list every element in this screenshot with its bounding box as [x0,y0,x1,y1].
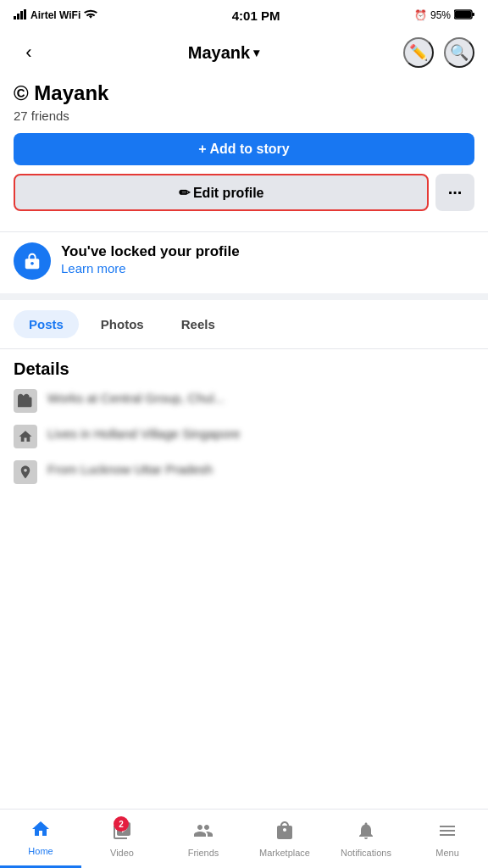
svg-rect-0 [14,16,16,19]
list-item: Lives in Holland Village Singapore [14,425,474,448]
list-item: Works at Central Group, Chul... [14,389,474,413]
lock-icon-circle [14,242,51,280]
status-time: 4:01 PM [232,8,280,23]
details-section: Details Works at Central Group, Chul... … [0,349,488,506]
friends-nav-icon [193,821,214,846]
more-options-button[interactable]: ··· [435,174,474,211]
marketplace-nav-icon [274,821,295,846]
menu-label: Menu [435,848,459,858]
alarm-icon: ⏰ [414,9,427,21]
add-story-label: + Add to story [198,142,289,157]
nav-item-home[interactable]: Home [0,810,81,868]
svg-rect-5 [472,13,474,16]
marketplace-label: Marketplace [259,848,310,858]
tab-posts[interactable]: Posts [14,310,79,338]
profile-section: © Mayank 27 friends + Add to story ✏ Edi… [0,75,488,231]
carrier-label: Airtel WiFi [30,9,80,21]
friends-count: 27 friends [14,108,474,123]
video-badge: 2 [114,816,129,832]
add-story-button[interactable]: + Add to story [14,133,474,165]
signal-icon [14,9,27,22]
top-nav: ‹ Mayank ▾ ✏️ 🔍 [0,31,488,75]
nav-item-notifications[interactable]: Notifications [325,810,407,868]
battery-icon [454,9,474,22]
nav-username: Mayank [188,43,250,63]
svg-rect-3 [24,9,26,19]
section-divider [0,293,488,300]
home-nav-icon [30,819,51,844]
details-title: Details [14,359,474,379]
home-icon [14,425,37,448]
edit-profile-label: ✏ Edit profile [179,185,264,201]
work-icon [14,389,37,413]
lock-banner: You've locked your profile Learn more [0,231,488,293]
status-bar: Airtel WiFi 4:01 PM ⏰ 95% [0,0,488,31]
nav-item-menu[interactable]: Menu [407,810,488,868]
detail-lives: Lives in Holland Village Singapore [47,425,240,442]
detail-work: Works at Central Group, Chul... [47,389,225,407]
status-right: ⏰ 95% [414,9,474,22]
home-label: Home [28,846,53,856]
svg-rect-6 [455,11,471,18]
nav-item-friends[interactable]: Friends [163,810,244,868]
nav-item-marketplace[interactable]: Marketplace [244,810,325,868]
more-icon: ··· [448,183,463,203]
profile-tabs: Posts Photos Reels [0,300,488,349]
learn-more-link[interactable]: Learn more [61,261,126,275]
search-button[interactable]: 🔍 [444,37,474,68]
wifi-icon [84,9,97,22]
svg-rect-2 [20,11,23,19]
location-icon [14,460,37,484]
nav-item-video[interactable]: 2 Video [81,810,163,868]
nav-actions: ✏️ 🔍 [403,37,474,68]
status-carrier: Airtel WiFi [14,9,97,22]
lock-icon [23,252,42,270]
edit-row: ✏ Edit profile ··· [14,174,474,211]
friends-label: Friends [188,848,219,858]
notifications-label: Notifications [341,848,391,858]
battery-label: 95% [430,9,451,21]
video-label: Video [110,848,134,858]
profile-name: © Mayank [14,81,474,105]
bottom-nav: Home 2 Video Friends Marketplace Notific… [0,809,488,868]
list-item: From Lucknow Uttar Pradesh [14,460,474,484]
lock-text: You've locked your profile Learn more [61,242,240,276]
edit-profile-button[interactable]: ✏ Edit profile [14,174,429,211]
dropdown-icon: ▾ [253,46,259,59]
svg-rect-1 [17,14,19,19]
edit-icon-button[interactable]: ✏️ [403,37,434,68]
tab-reels[interactable]: Reels [166,310,230,338]
back-button[interactable]: ‹ [14,37,44,68]
nav-title: Mayank ▾ [188,43,259,63]
menu-nav-icon [437,821,458,846]
lock-title: You've locked your profile [61,242,240,261]
tab-photos[interactable]: Photos [86,310,159,338]
detail-from: From Lucknow Uttar Pradesh [47,460,213,478]
notifications-nav-icon [356,821,376,846]
